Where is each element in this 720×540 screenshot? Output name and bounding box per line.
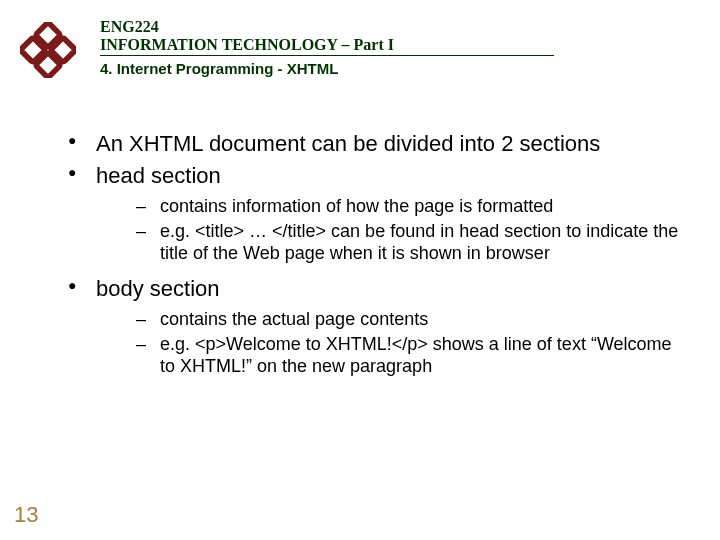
bullet-text: head section <box>96 163 221 188</box>
bullet-text: body section <box>96 276 220 301</box>
sub-bullet-text: e.g. <p>Welcome to XHTML!</p> shows a li… <box>160 334 672 377</box>
sub-bullet-text: e.g. <title> … </title> can be found in … <box>160 221 678 264</box>
slide-content: An XHTML document can be divided into 2 … <box>60 130 680 388</box>
sub-bullet-text: contains information of how the page is … <box>160 196 553 216</box>
sub-bullet-item: contains the actual page contents <box>96 308 680 331</box>
sub-bullet-item: e.g. <p>Welcome to XHTML!</p> shows a li… <box>96 333 680 378</box>
bullet-item: head section contains information of how… <box>60 162 680 265</box>
course-code: ENG224 <box>100 18 700 36</box>
title-block: ENG224 INFORMATION TECHNOLOGY – Part I 4… <box>100 18 700 77</box>
bullet-text: An XHTML document can be divided into 2 … <box>96 131 600 156</box>
section-label: 4. Internet Programming - XHTML <box>100 60 700 77</box>
sub-bullet-item: contains information of how the page is … <box>96 195 680 218</box>
page-number: 13 <box>14 502 38 528</box>
sub-bullet-text: contains the actual page contents <box>160 309 428 329</box>
course-title: INFORMATION TECHNOLOGY – Part I <box>100 36 554 56</box>
bullet-item: body section contains the actual page co… <box>60 275 680 378</box>
slide-header: ENG224 INFORMATION TECHNOLOGY – Part I 4… <box>20 18 700 77</box>
bullet-item: An XHTML document can be divided into 2 … <box>60 130 680 158</box>
sub-bullet-item: e.g. <title> … </title> can be found in … <box>96 220 680 265</box>
logo-icon <box>20 22 76 82</box>
